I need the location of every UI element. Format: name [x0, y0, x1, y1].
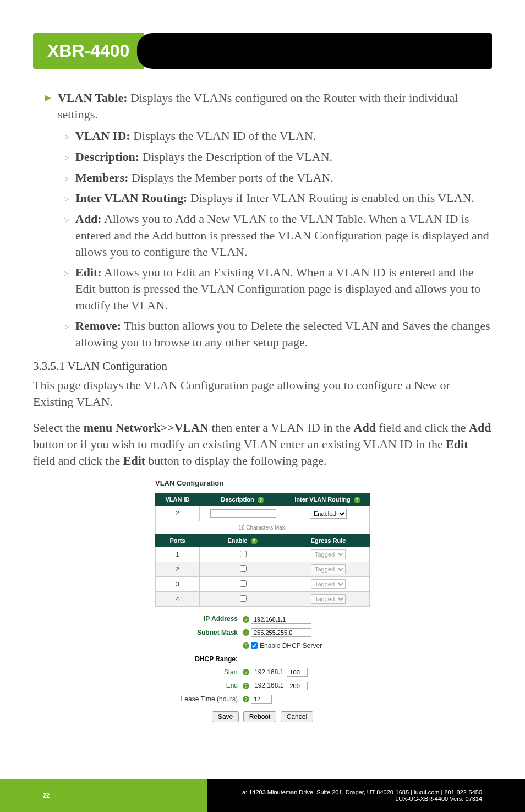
help-icon[interactable]: ? — [243, 629, 249, 636]
body-content: ▶ VLAN Table: Displays the VLANs configu… — [33, 90, 492, 722]
enable-dhcp-checkbox[interactable] — [251, 642, 258, 649]
start-label: Start — [155, 668, 238, 677]
cancel-button[interactable]: Cancel — [281, 711, 313, 722]
desc-hint: 16 Characters Max. — [238, 525, 286, 531]
footer-doc: LUX-UG-XBR-4400 Vers: 07314 — [395, 795, 482, 802]
triangle-outline-icon: ▷ — [64, 322, 69, 350]
text-add: Allows you to Add a New VLAN to the VLAN… — [75, 212, 489, 258]
term-add: Add: — [75, 212, 102, 226]
help-icon[interactable]: ? — [243, 616, 249, 623]
bullet-members: ▷ Members: Displays the Member ports of … — [64, 170, 492, 186]
p2-b: menu Network>>VLAN — [84, 421, 209, 434]
text-edit: Allows you to Edit an Existing VLAN. Whe… — [75, 265, 480, 312]
end-prefix: 192.168.1 — [254, 681, 283, 690]
help-icon[interactable]: ? — [258, 497, 264, 503]
egress-select[interactable]: Tagged — [311, 564, 346, 574]
triangle-outline-icon: ▷ — [64, 153, 69, 165]
help-icon[interactable]: ? — [243, 696, 249, 702]
section-p1: This page displays the VLAN Configuratio… — [33, 377, 492, 410]
egress-select[interactable]: Tagged — [311, 579, 346, 589]
desc-input[interactable] — [210, 509, 276, 518]
port-enable-checkbox[interactable] — [240, 595, 247, 602]
dhcp-start-input[interactable] — [287, 668, 308, 677]
text-description: Displays the Description of the VLAN. — [139, 150, 332, 164]
triangle-icon: ▶ — [45, 93, 51, 122]
lease-input[interactable] — [251, 695, 272, 704]
p2-i: field and click the — [33, 454, 123, 467]
p2-a: Select the — [33, 421, 84, 434]
enable-dhcp-label: Enable DHCP Server — [260, 641, 322, 650]
help-icon[interactable]: ? — [243, 669, 249, 675]
footer-left: 22 — [0, 779, 207, 812]
th-egress: Egress Rule — [287, 534, 370, 547]
cell-ivr: Enabled — [287, 506, 370, 521]
bullet-vlan-table: ▶ VLAN Table: Displays the VLANs configu… — [45, 90, 492, 122]
cell-vlanid: 2 — [156, 506, 200, 521]
term-edit: Edit: — [75, 265, 102, 279]
term-vlan-table: VLAN Table: — [58, 91, 128, 105]
p2-c: then enter a VLAN ID in the — [209, 421, 354, 434]
mask-label: Subnet Mask — [155, 628, 238, 637]
th-ports: Ports — [156, 534, 200, 547]
th-vlanid: VLAN ID — [156, 493, 200, 506]
page-header: XBR-4400 — [33, 33, 492, 69]
term-remove: Remove: — [75, 319, 121, 333]
text-vlan-id: Displays the VLAN ID of the VLAN. — [130, 129, 316, 143]
triangle-outline-icon: ▷ — [64, 174, 69, 186]
p2-g: button or if you wish to modify an exist… — [33, 437, 446, 451]
section-heading: 3.3.5.1 VLAN Configuration — [33, 358, 492, 374]
help-icon[interactable]: ? — [354, 497, 360, 503]
triangle-outline-icon: ▷ — [64, 194, 69, 206]
p2-h: Edit — [446, 437, 468, 451]
save-button[interactable]: Save — [212, 711, 239, 722]
mask-input[interactable] — [251, 628, 311, 637]
p2-d: Add — [354, 421, 376, 434]
end-label: End — [155, 681, 238, 690]
port-num: 4 — [156, 592, 200, 607]
ports-table: Ports Enable ? Egress Rule 1 Tagged 2 Ta… — [155, 534, 370, 607]
port-num: 2 — [156, 562, 200, 577]
footer-address: a: 14203 Minuteman Drive, Suite 201, Dra… — [242, 789, 482, 795]
term-ivr: Inter VLAN Routing: — [75, 191, 187, 205]
bullet-description: ▷ Description: Displays the Description … — [64, 149, 492, 165]
dhcp-end-input[interactable] — [287, 682, 308, 690]
bullet-edit: ▷ Edit: Allows you to Edit an Existing V… — [64, 264, 492, 313]
triangle-outline-icon: ▷ — [64, 269, 69, 313]
port-enable-checkbox[interactable] — [240, 551, 247, 557]
port-enable-checkbox[interactable] — [240, 565, 247, 572]
term-members: Members: — [75, 171, 129, 184]
dhcp-range-label: DHCP Range: — [155, 655, 238, 663]
header-bar — [137, 33, 492, 69]
p2-j: Edit — [123, 454, 145, 467]
table-row: 4 Tagged — [156, 592, 370, 607]
help-icon[interactable]: ? — [243, 683, 249, 689]
vlan-config-screenshot: VLAN Configuration VLAN ID Description ?… — [155, 478, 370, 722]
egress-select[interactable]: Tagged — [311, 594, 346, 604]
text-ivr: Displays if Inter VLAN Routing is enable… — [187, 191, 474, 205]
ip-input[interactable] — [251, 615, 311, 624]
help-icon[interactable]: ? — [251, 538, 258, 544]
port-enable-checkbox[interactable] — [240, 580, 247, 587]
product-badge: XBR-4400 — [33, 33, 144, 69]
table-row: 3 Tagged — [156, 577, 370, 592]
egress-select[interactable]: Tagged — [311, 549, 346, 559]
ip-label: IP Address — [155, 614, 238, 623]
bullet-remove: ▷ Remove: This button allows you to Dele… — [64, 318, 492, 350]
th-ivr: Inter VLAN Routing ? — [287, 493, 370, 506]
vlan-header-table: VLAN ID Description ? Inter VLAN Routing… — [155, 493, 370, 535]
lease-label: Lease Time (hours) — [155, 695, 238, 704]
cell-desc — [200, 506, 287, 521]
shot-title: VLAN Configuration — [155, 478, 370, 488]
text-remove: This button allows you to Delete the sel… — [75, 319, 490, 349]
table-row: 1 Tagged — [156, 547, 370, 562]
th-enable: Enable ? — [200, 534, 287, 547]
footer-right: a: 14203 Minuteman Drive, Suite 201, Dra… — [207, 779, 525, 812]
ivr-select[interactable]: Enabled — [310, 509, 347, 519]
port-num: 1 — [156, 547, 200, 562]
help-icon[interactable]: ? — [243, 642, 249, 649]
reboot-button[interactable]: Reboot — [243, 711, 277, 722]
p2-e: field and click the — [376, 421, 469, 434]
th-desc: Description ? — [200, 493, 287, 506]
section-p2: Select the menu Network>>VLAN then enter… — [33, 419, 492, 468]
bullet-add: ▷ Add: Allows you to Add a New VLAN to t… — [64, 211, 492, 260]
